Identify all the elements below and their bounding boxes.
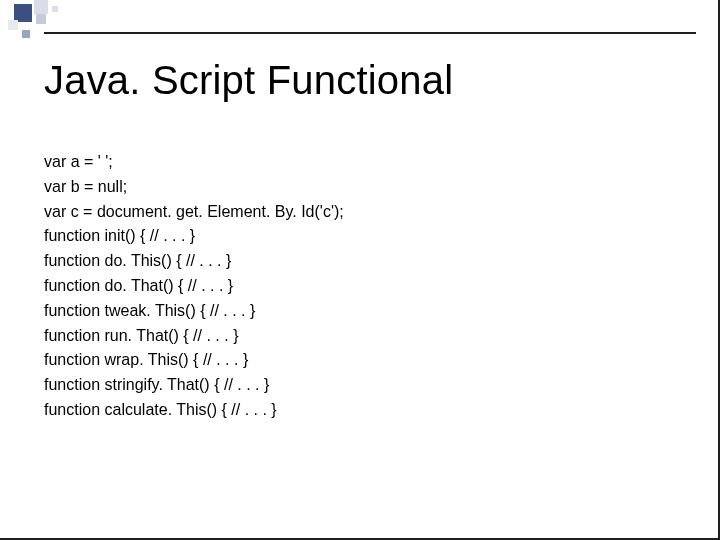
deco-square [8,20,18,30]
code-line: function calculate. This() { // . . . } [44,398,344,423]
title-divider [44,32,696,34]
corner-decoration [0,0,110,48]
code-line: var c = document. get. Element. By. Id('… [44,200,344,225]
code-line: function do. That() { // . . . } [44,274,344,299]
slide-title: Java. Script Functional [44,58,453,103]
deco-square [34,0,48,14]
code-line: function do. This() { // . . . } [44,249,344,274]
deco-square [36,14,46,24]
deco-square [22,30,30,38]
code-line: function stringify. That() { // . . . } [44,373,344,398]
code-line: function tweak. This() { // . . . } [44,299,344,324]
code-line: function run. That() { // . . . } [44,324,344,349]
code-snippet: var a = ' '; var b = null; var c = docum… [44,150,344,423]
code-line: var a = ' '; [44,150,344,175]
code-line: function init() { // . . . } [44,224,344,249]
code-line: function wrap. This() { // . . . } [44,348,344,373]
deco-square [52,6,58,12]
code-line: var b = null; [44,175,344,200]
